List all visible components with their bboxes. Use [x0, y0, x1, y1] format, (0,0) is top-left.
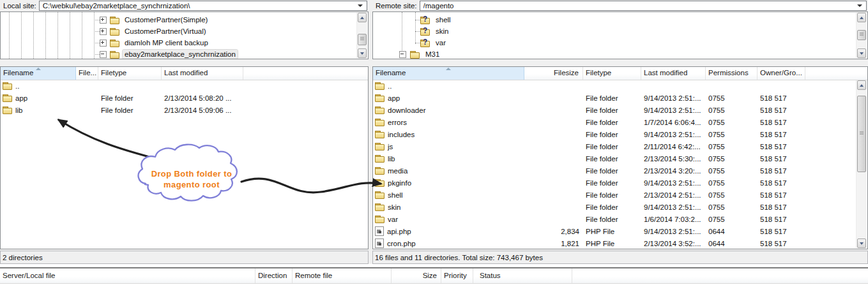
file-row[interactable]: app File folder 2/13/2014 5:08:20 ...	[1, 92, 368, 104]
file-row[interactable]: shell File folder 2/13/2014 2:51:... 075…	[373, 189, 856, 201]
column-header-filetype[interactable]: Filetype	[98, 67, 162, 80]
column-header-size[interactable]: Size	[392, 268, 441, 283]
folder-icon	[410, 50, 420, 59]
folder-icon	[375, 118, 385, 126]
folder-icon	[375, 130, 385, 138]
scroll-up-icon[interactable]	[857, 13, 866, 22]
column-header-filetype[interactable]: Filetype	[583, 67, 641, 80]
scroll-up-icon[interactable]	[857, 80, 866, 90]
folder-icon	[375, 106, 385, 114]
folder-icon	[110, 16, 119, 24]
file-row[interactable]: media File folder 2/13/2014 3:20:... 075…	[373, 165, 856, 177]
expand-plus-icon[interactable]	[100, 17, 107, 24]
scrollbar-thumb[interactable]	[857, 96, 866, 172]
tree-item[interactable]: ? skin	[373, 26, 856, 37]
column-header-remote-file[interactable]: Remote file	[293, 268, 392, 283]
dropdown-arrow-icon[interactable]	[857, 4, 862, 7]
column-header-filesize[interactable]: Filesize	[524, 67, 583, 80]
column-header-server-local-file[interactable]: Server/Local file	[0, 268, 255, 283]
file-row[interactable]: lib File folder 2/13/2014 5:09:06 ...	[1, 104, 368, 116]
sort-ascending-icon	[36, 68, 41, 70]
tree-item[interactable]: M31	[373, 48, 856, 59]
remote-site-path: /magento	[423, 2, 857, 10]
folder-icon	[375, 179, 385, 187]
annotation-note: Drop Both folder to magento root	[135, 168, 248, 190]
remote-site-combobox[interactable]: /magento	[420, 1, 867, 11]
file-row[interactable]: skin File folder 9/14/2013 2:51:... 0755…	[373, 201, 856, 213]
tree-item-selected[interactable]: ebay2marketplace_synchrnization	[1, 48, 356, 59]
tree-item-label: skin	[434, 27, 450, 36]
expand-minus-icon[interactable]	[399, 51, 406, 58]
column-header-direction[interactable]: Direction	[255, 268, 293, 283]
expand-minus-icon[interactable]	[100, 51, 107, 58]
remote-tree-panel: ? shell ? skin ? var M31	[372, 11, 868, 59]
file-row[interactable]: var File folder 1/6/2014 7:03:2... 0755 …	[373, 213, 856, 225]
tree-item[interactable]: diamloh MP client backup	[1, 37, 356, 48]
remote-list-header: Filename Filesize Filetype Last modified…	[373, 67, 867, 80]
column-header-modified[interactable]: Last modified	[641, 67, 706, 80]
file-row[interactable]: ..	[373, 80, 856, 92]
column-header-priority[interactable]: Priority	[441, 268, 473, 283]
tree-item[interactable]: ? var	[373, 37, 856, 48]
file-row[interactable]: app File folder 9/14/2013 2:51:... 0755 …	[373, 92, 856, 104]
local-status-bar: 2 directories	[0, 251, 369, 264]
column-header-filename[interactable]: Filename	[373, 67, 524, 80]
scrollbar-thumb[interactable]	[857, 30, 866, 40]
file-row[interactable]: downloader File folder 9/14/2013 2:51:..…	[373, 104, 856, 116]
transfer-queue-panel: Server/Local file Direction Remote file …	[0, 268, 868, 308]
scroll-down-icon[interactable]	[857, 48, 866, 58]
local-site-combobox[interactable]: C:\webkul\ebay2marketplace_synchrnizatio…	[39, 1, 367, 11]
tree-item[interactable]: ? shell	[373, 14, 856, 26]
dropdown-arrow-icon[interactable]	[358, 4, 363, 7]
scroll-down-icon[interactable]	[358, 48, 367, 58]
folder-icon	[375, 191, 385, 199]
remote-site-label: Remote site:	[374, 2, 420, 10]
folder-icon	[375, 142, 385, 150]
file-row[interactable]: js File folder 2/11/2014 6:42:... 0755 5…	[373, 140, 856, 152]
remote-status-bar: 16 files and 11 directories. Total size:…	[372, 251, 868, 264]
folder-icon	[110, 39, 119, 47]
tree-item-label: ebay2marketplace_synchrnization	[123, 50, 238, 59]
folder-icon	[375, 154, 385, 163]
local-site-label: Local site:	[1, 2, 39, 10]
column-header-filesize[interactable]: File...	[76, 67, 98, 80]
local-file-list: Filename File... Filetype Last modified …	[0, 66, 369, 249]
file-row[interactable]: pkginfo File folder 9/14/2013 2:51:... 0…	[373, 177, 856, 189]
file-row[interactable]: errors File folder 1/7/2014 6:06:4... 07…	[373, 116, 856, 128]
expand-plus-icon[interactable]	[100, 28, 107, 35]
local-tree-scrollbar[interactable]	[356, 13, 367, 58]
scroll-up-icon[interactable]	[358, 13, 367, 22]
remote-file-list: Filename Filesize Filetype Last modified…	[372, 66, 868, 249]
folder-icon	[110, 27, 119, 36]
remote-list-scrollbar[interactable]	[856, 80, 867, 248]
folder-icon	[375, 203, 385, 211]
folder-icon	[3, 94, 12, 102]
tree-item-label: CustomerPartner(Virtual)	[123, 27, 208, 36]
annotation-line1: Drop Both folder to	[135, 168, 248, 179]
file-row[interactable]: includes File folder 9/14/2013 2:51:... …	[373, 128, 856, 140]
tree-item[interactable]: CustomerPartner(Virtual)	[1, 26, 356, 37]
folder-icon	[375, 82, 385, 90]
file-row[interactable]: cron.php 1,821 PHP File 2/13/2014 3:52:.…	[373, 237, 856, 249]
question-folder-icon: ?	[420, 39, 430, 47]
column-header-modified[interactable]: Last modified	[162, 67, 243, 80]
question-folder-icon: ?	[420, 27, 430, 36]
tree-item-label: CustomerPartner(Simple)	[123, 15, 209, 24]
queue-header: Server/Local file Direction Remote file …	[0, 268, 868, 284]
tree-item[interactable]: CustomerPartner(Simple)	[1, 14, 356, 26]
remote-tree-scrollbar[interactable]	[856, 13, 867, 58]
column-header-filename[interactable]: Filename	[1, 67, 76, 80]
file-row[interactable]: lib File folder 2/13/2014 5:30:... 0755 …	[373, 152, 856, 165]
local-status-text: 2 directories	[3, 254, 43, 261]
expand-plus-icon[interactable]	[100, 40, 107, 47]
column-header-owner[interactable]: Owner/Gro...	[758, 67, 805, 80]
folder-icon	[375, 94, 385, 102]
column-header-permissions[interactable]: Permissions	[706, 67, 758, 80]
file-row[interactable]: api.php 2,834 PHP File 9/14/2013 2:51:..…	[373, 225, 856, 237]
file-row[interactable]: ..	[1, 80, 368, 92]
scrollbar-thumb[interactable]	[358, 34, 367, 45]
column-header-status[interactable]: Status	[473, 268, 572, 283]
scroll-down-icon[interactable]	[857, 238, 866, 248]
local-list-header: Filename File... Filetype Last modified	[1, 67, 368, 80]
local-site-bar: Local site: C:\webkul\ebay2marketplace_s…	[0, 0, 369, 11]
